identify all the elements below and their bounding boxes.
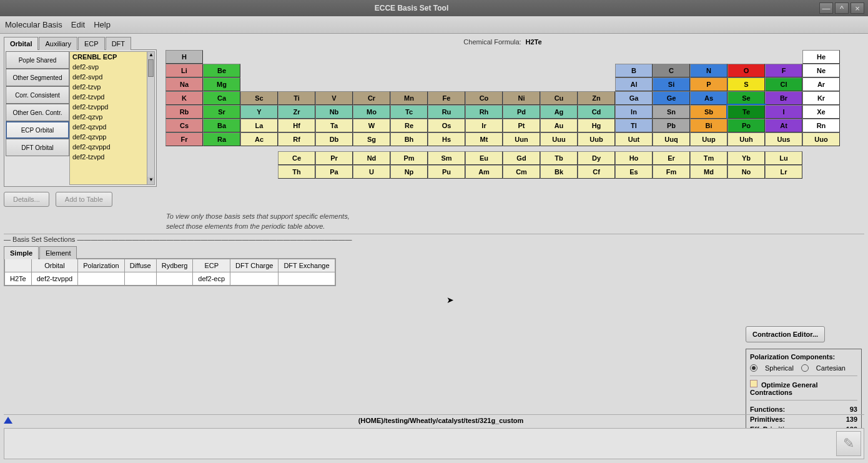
run-icon[interactable]: ✎	[836, 431, 861, 456]
element-sm[interactable]: Sm	[428, 151, 465, 165]
element-uub[interactable]: Uub	[578, 132, 615, 146]
element-rb[interactable]: Rb	[165, 105, 203, 119]
element-li[interactable]: Li	[165, 64, 203, 77]
element-c[interactable]: C	[653, 64, 690, 77]
element-ne[interactable]: Ne	[802, 64, 840, 77]
element-kr[interactable]: Kr	[802, 91, 840, 105]
basis-item[interactable]: def2-tzvpd	[70, 92, 154, 102]
status-triangle-icon[interactable]	[4, 417, 12, 424]
element-rh[interactable]: Rh	[465, 105, 503, 119]
element-uus[interactable]: Uus	[765, 132, 802, 146]
cat-corr-consistent[interactable]: Corr. Consistent	[6, 86, 69, 104]
minimize-button[interactable]: —	[819, 2, 833, 14]
element-uuh[interactable]: Uuh	[727, 132, 765, 146]
element-np[interactable]: Np	[390, 165, 428, 179]
element-fr[interactable]: Fr	[165, 132, 203, 146]
element-ir[interactable]: Ir	[465, 119, 503, 132]
element-os[interactable]: Os	[428, 119, 465, 132]
cell-orbital[interactable]: def2-tzvppd	[31, 272, 77, 286]
element-k[interactable]: K	[165, 91, 203, 105]
basis-item[interactable]: def2-tzvppd	[70, 102, 154, 112]
cat-dft-orbital[interactable]: DFT Orbital	[6, 139, 69, 156]
element-bi[interactable]: Bi	[690, 119, 727, 132]
element-pt[interactable]: Pt	[503, 119, 540, 132]
scroll-up-icon[interactable]: ▲	[147, 52, 155, 59]
element-s[interactable]: S	[727, 77, 765, 91]
element-sr[interactable]: Sr	[203, 105, 240, 119]
scroll-down-icon[interactable]: ▼	[147, 177, 155, 184]
element-se[interactable]: Se	[727, 91, 765, 105]
cell-polarization[interactable]	[78, 272, 124, 286]
element-ru[interactable]: Ru	[428, 105, 465, 119]
element-p[interactable]: P	[690, 77, 727, 91]
tab-ecp[interactable]: ECP	[78, 37, 105, 50]
element-sb[interactable]: Sb	[690, 105, 727, 119]
element-er[interactable]: Er	[653, 151, 690, 165]
element-sn[interactable]: Sn	[653, 105, 690, 119]
element-w[interactable]: W	[353, 119, 390, 132]
element-f[interactable]: F	[765, 64, 802, 77]
cell-dft-exchange[interactable]	[279, 272, 335, 286]
element-cs[interactable]: Cs	[165, 119, 203, 132]
element-al[interactable]: Al	[615, 77, 653, 91]
scrollbar[interactable]: ▲▼	[147, 52, 154, 184]
element-zr[interactable]: Zr	[278, 105, 315, 119]
element-ba[interactable]: Ba	[203, 119, 240, 132]
element-br[interactable]: Br	[765, 91, 802, 105]
element-nd[interactable]: Nd	[353, 151, 390, 165]
element-no[interactable]: No	[727, 165, 765, 179]
element-ce[interactable]: Ce	[278, 151, 315, 165]
element-tc[interactable]: Tc	[390, 105, 428, 119]
element-cf[interactable]: Cf	[578, 165, 615, 179]
basis-item[interactable]: def2-qzvp	[70, 112, 154, 122]
tab-simple[interactable]: Simple	[4, 246, 39, 259]
element-la[interactable]: La	[240, 119, 278, 132]
element-sg[interactable]: Sg	[353, 132, 390, 146]
tab-orbital[interactable]: Orbital	[4, 37, 38, 50]
element-co[interactable]: Co	[465, 91, 503, 105]
basis-item[interactable]: def2-svpd	[70, 72, 154, 82]
element-uuq[interactable]: Uuq	[653, 132, 690, 146]
cat-pople-shared[interactable]: Pople Shared	[6, 51, 69, 69]
basis-item[interactable]: def2-qzvppd	[70, 142, 154, 152]
element-bk[interactable]: Bk	[540, 165, 578, 179]
element-bh[interactable]: Bh	[390, 132, 428, 146]
element-hg[interactable]: Hg	[578, 119, 615, 132]
element-rf[interactable]: Rf	[278, 132, 315, 146]
element-mg[interactable]: Mg	[203, 77, 240, 91]
element-xe[interactable]: Xe	[802, 105, 840, 119]
element-as[interactable]: As	[690, 91, 727, 105]
element-md[interactable]: Md	[690, 165, 727, 179]
element-i[interactable]: I	[765, 105, 802, 119]
element-pa[interactable]: Pa	[315, 165, 353, 179]
basis-item[interactable]: CRENBL ECP	[70, 52, 154, 62]
element-hs[interactable]: Hs	[428, 132, 465, 146]
element-cd[interactable]: Cd	[578, 105, 615, 119]
element-dy[interactable]: Dy	[578, 151, 615, 165]
element-mt[interactable]: Mt	[465, 132, 503, 146]
element-mn[interactable]: Mn	[390, 91, 428, 105]
element-ga[interactable]: Ga	[615, 91, 653, 105]
element-cr[interactable]: Cr	[353, 91, 390, 105]
element-uut[interactable]: Uut	[615, 132, 653, 146]
element-y[interactable]: Y	[240, 105, 278, 119]
element-uup[interactable]: Uup	[690, 132, 727, 146]
element-pr[interactable]: Pr	[315, 151, 353, 165]
tab-element[interactable]: Element	[39, 246, 77, 259]
element-re[interactable]: Re	[390, 119, 428, 132]
cell-formula[interactable]: H2Te	[5, 272, 32, 286]
element-b[interactable]: B	[615, 64, 653, 77]
element-uuo[interactable]: Uuo	[802, 132, 840, 146]
element-cu[interactable]: Cu	[540, 91, 578, 105]
element-ho[interactable]: Ho	[615, 151, 653, 165]
element-pd[interactable]: Pd	[503, 105, 540, 119]
element-am[interactable]: Am	[465, 165, 503, 179]
close-button[interactable]: ×	[851, 2, 864, 14]
basis-item[interactable]: def2-svp	[70, 62, 154, 72]
element-fe[interactable]: Fe	[428, 91, 465, 105]
element-in[interactable]: In	[615, 105, 653, 119]
element-es[interactable]: Es	[615, 165, 653, 179]
element-ac[interactable]: Ac	[240, 132, 278, 146]
element-o[interactable]: O	[727, 64, 765, 77]
element-n[interactable]: N	[690, 64, 727, 77]
